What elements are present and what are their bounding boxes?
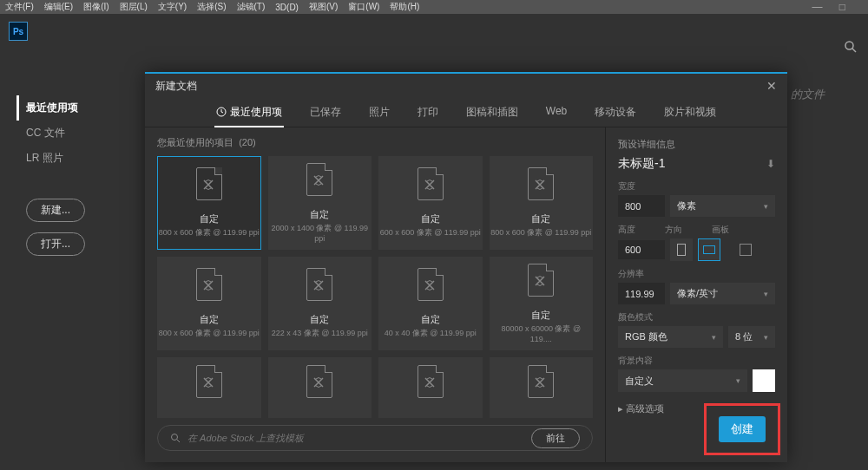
create-highlight: 创建 <box>704 403 780 455</box>
go-button[interactable]: 前往 <box>531 428 580 448</box>
sidebar-item-lr[interactable]: LR 照片 <box>26 146 122 171</box>
preset-card[interactable]: 自定800 x 600 像素 @ 119.99 ppi <box>157 156 261 250</box>
menu-edit[interactable]: 编辑(E) <box>44 1 73 13</box>
tab-print[interactable]: 打印 <box>404 98 452 127</box>
preset-card[interactable] <box>268 357 372 418</box>
preset-card[interactable]: 自定222 x 43 像素 @ 119.99 ppi <box>268 257 372 350</box>
color-label: 颜色模式 <box>618 311 775 323</box>
artboard-label: 画板 <box>712 224 729 236</box>
document-icon <box>418 365 444 398</box>
document-icon <box>528 264 554 297</box>
menu-view[interactable]: 视图(V) <box>309 1 338 13</box>
preset-card[interactable]: 自定600 x 600 像素 @ 119.99 ppi <box>378 156 483 250</box>
menu-bar: 文件(F) 编辑(E) 图像(I) 图层(L) 文字(Y) 选择(S) 滤镜(T… <box>0 0 868 14</box>
svg-line-1 <box>852 49 856 52</box>
resolution-input[interactable] <box>618 283 665 304</box>
preset-card[interactable]: 自定80000 x 60000 像素 @ 119.... <box>490 257 594 350</box>
new-button[interactable]: 新建... <box>26 199 85 222</box>
tab-film[interactable]: 胶片和视频 <box>650 98 730 127</box>
download-icon[interactable]: ⬇ <box>766 158 775 170</box>
color-mode-select[interactable]: RGB 颜色▾ <box>618 326 723 348</box>
preset-name: 自定 <box>310 313 329 326</box>
preset-card[interactable] <box>490 357 594 418</box>
width-input[interactable] <box>618 195 665 217</box>
tab-photo[interactable]: 照片 <box>355 98 404 127</box>
menu-image[interactable]: 图像(I) <box>83 1 108 13</box>
document-icon <box>196 365 222 398</box>
preset-name: 自定 <box>421 212 440 225</box>
dialog-title: 新建文档 <box>155 79 197 94</box>
new-document-dialog: 新建文档 ✕ 最近使用项 已保存 照片 打印 图稿和插图 Web 移动设备 胶片… <box>145 72 787 462</box>
search-icon[interactable] <box>844 40 858 56</box>
artboard-checkbox[interactable] <box>740 244 752 256</box>
sidebar-item-cc[interactable]: CC 文件 <box>26 121 122 146</box>
preset-name: 自定 <box>310 208 329 221</box>
menu-select[interactable]: 选择(S) <box>197 1 226 13</box>
bit-depth-select[interactable]: 8 位▾ <box>728 326 775 348</box>
res-unit-select[interactable]: 像素/英寸▾ <box>670 283 775 304</box>
document-icon <box>418 167 444 200</box>
bg-label: 背景内容 <box>618 355 775 367</box>
preset-name: 自定 <box>531 212 550 225</box>
orient-landscape[interactable] <box>698 238 720 261</box>
tab-saved[interactable]: 已保存 <box>296 98 355 127</box>
tab-mobile[interactable]: 移动设备 <box>581 98 650 127</box>
preset-name: 自定 <box>200 212 219 225</box>
preset-dimensions: 80000 x 60000 像素 @ 119.... <box>490 323 593 343</box>
document-icon <box>306 365 332 398</box>
bg-color-swatch[interactable] <box>753 369 775 392</box>
window-controls[interactable]: — □ <box>812 1 852 13</box>
presets-panel: 您最近使用的项目 (20) 自定800 x 600 像素 @ 119.99 pp… <box>145 127 605 462</box>
preset-dimensions: 222 x 43 像素 @ 119.99 ppi <box>272 328 368 339</box>
top-strip: Ps <box>0 14 868 49</box>
menu-window[interactable]: 窗口(W) <box>348 1 379 13</box>
menu-filter[interactable]: 滤镜(T) <box>237 1 266 13</box>
sidebar-item-recent[interactable]: 最近使用项 <box>16 95 122 121</box>
preset-dimensions: 800 x 600 像素 @ 119.99 ppi <box>159 328 260 339</box>
search-icon <box>170 433 181 443</box>
preset-name: 自定 <box>421 313 440 326</box>
document-icon <box>196 268 222 301</box>
open-button[interactable]: 打开... <box>26 232 85 256</box>
res-label: 分辨率 <box>618 268 775 280</box>
menu-file[interactable]: 文件(F) <box>5 1 34 13</box>
your-files-text: 的文件 <box>791 87 825 102</box>
home-sidebar: 最近使用项 CC 文件 LR 照片 新建... 打开... <box>0 95 122 256</box>
menu-type[interactable]: 文字(Y) <box>158 1 187 13</box>
height-input[interactable] <box>618 240 665 259</box>
height-label: 高度 <box>618 224 635 236</box>
document-name[interactable]: 未标题-1 <box>618 156 665 172</box>
recent-label: 您最近使用的项目 (20) <box>157 136 593 149</box>
preset-card[interactable]: 自定800 x 600 像素 @ 119.99 ppi <box>157 257 261 350</box>
preset-dimensions: 800 x 600 像素 @ 119.99 ppi <box>490 227 591 238</box>
document-icon <box>306 163 332 196</box>
stock-search-bar: 前往 <box>157 425 593 451</box>
tab-art[interactable]: 图稿和插图 <box>452 98 532 127</box>
preset-card[interactable] <box>157 357 261 418</box>
orient-portrait[interactable] <box>670 238 693 261</box>
bg-select[interactable]: 自定义▾ <box>618 369 747 392</box>
width-label: 宽度 <box>618 180 775 193</box>
create-button[interactable]: 创建 <box>719 416 766 442</box>
document-icon <box>528 167 554 200</box>
document-icon <box>196 167 222 200</box>
document-icon <box>418 268 444 301</box>
tab-web[interactable]: Web <box>532 98 581 127</box>
preset-card[interactable]: 自定2000 x 1400 像素 @ 119.99 ppi <box>268 156 372 250</box>
app-logo: Ps <box>9 22 28 41</box>
svg-line-4 <box>177 440 180 442</box>
tab-recent[interactable]: 最近使用项 <box>202 98 296 127</box>
menu-3d[interactable]: 3D(D) <box>275 3 299 12</box>
close-icon[interactable]: ✕ <box>766 79 777 93</box>
document-icon <box>528 365 554 398</box>
stock-search-input[interactable] <box>187 433 531 443</box>
preset-card[interactable]: 自定800 x 600 像素 @ 119.99 ppi <box>490 156 594 250</box>
preset-card[interactable] <box>378 357 483 418</box>
details-heading: 预设详细信息 <box>618 138 775 151</box>
document-icon <box>306 268 332 301</box>
preset-card[interactable]: 自定40 x 40 像素 @ 119.99 ppi <box>378 257 483 350</box>
menu-help[interactable]: 帮助(H) <box>390 1 419 13</box>
preset-name: 自定 <box>200 313 219 326</box>
menu-layer[interactable]: 图层(L) <box>120 1 148 13</box>
unit-select[interactable]: 像素▾ <box>670 195 775 217</box>
